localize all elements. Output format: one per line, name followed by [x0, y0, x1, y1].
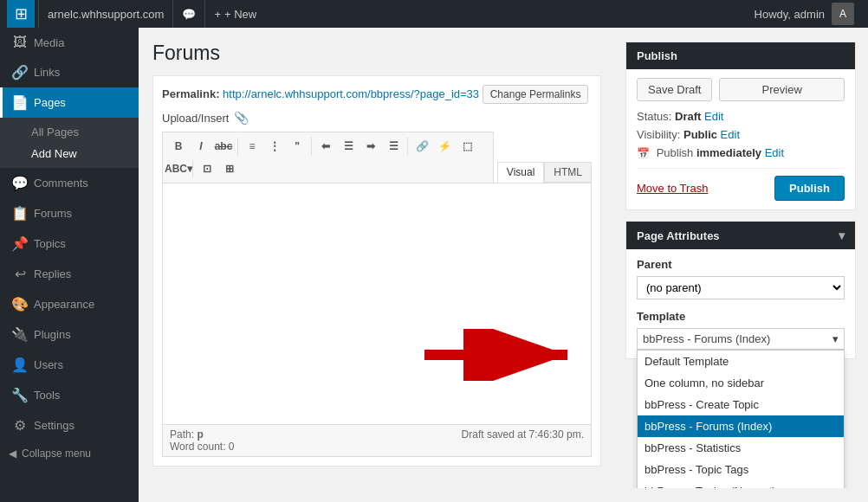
comments-link[interactable]: 💬 — [172, 0, 204, 28]
fullscreen-button[interactable]: ⊡ — [197, 158, 217, 179]
unlink-button[interactable]: ⚡ — [434, 136, 455, 157]
topics-icon: 📌 — [11, 235, 29, 252]
align-center-button[interactable]: ☰ — [338, 136, 359, 157]
template-dropdown-list: Default Template One column, no sidebar … — [637, 350, 845, 488]
sep2 — [311, 138, 312, 155]
align-right-button[interactable]: ➡ — [360, 136, 381, 157]
comments-icon: 💬 — [11, 175, 29, 191]
template-dropdown: bbPress - Forums (Index) ▾ Default Templ… — [637, 328, 845, 350]
preview-button[interactable]: Preview — [719, 78, 845, 101]
calendar-icon: 📅 — [637, 147, 650, 159]
publish-actions: Save Draft Preview — [637, 78, 845, 101]
editor-tabs: Visual HTML — [497, 162, 592, 183]
parent-label: Parent — [637, 258, 845, 271]
wp-logo[interactable]: ⊞ — [7, 0, 35, 28]
justify-button[interactable]: ☰ — [383, 136, 404, 157]
replies-icon: ↩ — [11, 266, 29, 282]
move-to-trash-button[interactable]: Move to Trash — [637, 182, 708, 195]
html-tab[interactable]: HTML — [544, 162, 592, 183]
sidebar-item-appearance[interactable]: 🎨 Appearance — [0, 289, 139, 319]
permalink-url[interactable]: http://arnelc.whhsupport.com/bbpress/?pa… — [223, 87, 479, 100]
user-menu[interactable]: Howdy, admin A — [748, 3, 861, 25]
draft-saved-info: Draft saved at 7:46:30 pm. — [462, 428, 584, 441]
template-option-create-topic[interactable]: bbPress - Create Topic — [638, 394, 844, 415]
visibility-row: Visibility: Public Edit — [637, 128, 845, 141]
template-option-one-column[interactable]: One column, no sidebar — [638, 372, 844, 394]
settings-icon: ⚙ — [11, 417, 29, 434]
sidebar-item-media[interactable]: 🖼 Media — [0, 28, 139, 57]
sidebar-item-topics[interactable]: 📌 Topics — [0, 228, 139, 259]
visibility-edit-link[interactable]: Edit — [721, 128, 740, 141]
publish-panel-body: Save Draft Preview Status: Draft Edit Vi… — [626, 69, 855, 209]
spell-check-button[interactable]: ABC▾ — [168, 158, 189, 179]
bold-button[interactable]: B — [168, 136, 189, 157]
visual-tab[interactable]: Visual — [497, 162, 544, 183]
template-option-statistics[interactable]: bbPress - Statistics — [638, 437, 844, 459]
sidebar-item-replies[interactable]: ↩ Replies — [0, 259, 139, 289]
admin-bar: ⊞ arnelc.whhsupport.com 💬 + + New Howdy,… — [0, 0, 868, 28]
link-button[interactable]: 🔗 — [411, 136, 432, 157]
ordered-list-button[interactable]: ⋮ — [264, 136, 285, 157]
template-option-default[interactable]: Default Template — [638, 351, 844, 372]
change-permalinks-button[interactable]: Change Permalinks — [483, 85, 589, 104]
sidebar-item-add-new[interactable]: Add New — [0, 143, 139, 164]
sidebar-item-users[interactable]: 👤 Users — [0, 350, 139, 380]
template-option-topics-newest[interactable]: bbPress - Topics (Newest) — [638, 480, 844, 488]
plugins-icon: 🔌 — [11, 326, 29, 343]
upload-icon[interactable]: 📎 — [234, 111, 249, 125]
collapse-menu[interactable]: ◀ Collapse menu — [0, 441, 139, 467]
page-attributes-panel: Page Attributes ▾ Parent (no parent) Tem… — [625, 221, 856, 359]
site-name[interactable]: arnelc.whhsupport.com — [38, 0, 172, 28]
main-layout: 🖼 Media 🔗 Links 📄 Pages All Pages Add Ne… — [0, 28, 868, 502]
sidebar: 🖼 Media 🔗 Links 📄 Pages All Pages Add Ne… — [0, 28, 139, 502]
parent-select[interactable]: (no parent) — [637, 276, 845, 299]
strikethrough-button[interactable]: abc — [213, 136, 234, 157]
sidebar-item-plugins[interactable]: 🔌 Plugins — [0, 319, 139, 350]
comment-icon: 💬 — [182, 8, 196, 21]
sidebar-item-forums[interactable]: 📋 Forums — [0, 198, 139, 228]
save-draft-button[interactable]: Save Draft — [637, 78, 712, 101]
publish-button[interactable]: Publish — [774, 176, 845, 201]
insert-button[interactable]: ⬚ — [457, 136, 477, 157]
status-edit-link[interactable]: Edit — [704, 110, 723, 123]
plus-icon: + — [214, 8, 221, 21]
tools-icon: 🔧 — [11, 387, 29, 403]
page-attributes-header: Page Attributes ▾ — [626, 222, 855, 249]
kitchen-sink-button[interactable]: ⊞ — [219, 158, 240, 179]
sidebar-item-pages[interactable]: 📄 Pages — [0, 87, 139, 118]
dropdown-arrow-icon: ▾ — [832, 332, 839, 345]
align-left-button[interactable]: ⬅ — [315, 136, 336, 157]
blockquote-button[interactable]: " — [287, 136, 308, 157]
publish-timing-edit-link[interactable]: Edit — [765, 146, 784, 159]
unordered-list-button[interactable]: ≡ — [242, 136, 262, 157]
new-button[interactable]: + + New — [204, 0, 265, 28]
timing-row: 📅 Publish immediately Edit — [637, 146, 845, 159]
template-option-topic-tags[interactable]: bbPress - Topic Tags — [638, 459, 844, 480]
editor-toolbar: B I abc ≡ ⋮ " ⬅ ☰ ➡ ☰ — [162, 132, 494, 183]
sidebar-item-settings[interactable]: ⚙ Settings — [0, 410, 139, 441]
sidebar-item-tools[interactable]: 🔧 Tools — [0, 380, 139, 410]
permalink-row: Permalink: http://arnelc.whhsupport.com/… — [162, 85, 592, 104]
italic-button[interactable]: I — [191, 136, 211, 157]
pages-submenu: All Pages Add New — [0, 118, 139, 168]
publish-panel-header: Publish — [626, 42, 855, 69]
links-icon: 🔗 — [11, 64, 29, 80]
publish-panel: Publish Save Draft Preview Status: Draft… — [625, 42, 856, 210]
media-icon: 🖼 — [11, 35, 29, 50]
sep1 — [237, 138, 238, 155]
path-info: Path: p — [170, 428, 204, 441]
sidebar-item-all-pages[interactable]: All Pages — [0, 121, 139, 143]
upload-row: Upload/Insert 📎 — [162, 111, 592, 125]
publish-bottom: Move to Trash Publish — [637, 168, 845, 201]
collapse-icon: ◀ — [9, 447, 16, 460]
sidebar-item-links[interactable]: 🔗 Links — [0, 57, 139, 87]
status-row: Status: Draft Edit — [637, 110, 845, 123]
editor-body[interactable] — [162, 183, 592, 425]
editor-container: Permalink: http://arnelc.whhsupport.com/… — [152, 75, 601, 467]
sep3 — [407, 138, 408, 155]
chevron-down-icon: ▾ — [839, 228, 845, 242]
sep4 — [192, 160, 193, 177]
sidebar-item-comments[interactable]: 💬 Comments — [0, 168, 139, 198]
template-option-forums-index[interactable]: bbPress - Forums (Index) — [638, 415, 844, 437]
template-select-button[interactable]: bbPress - Forums (Index) ▾ — [637, 328, 845, 350]
